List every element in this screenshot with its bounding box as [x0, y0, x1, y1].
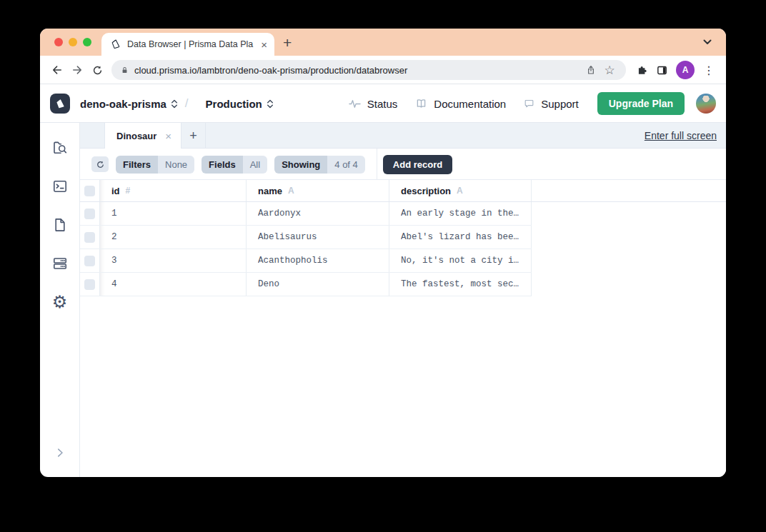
column-type-icon: A [288, 186, 294, 196]
browser-window: Data Browser | Prisma Data Pla × + cloud… [40, 29, 726, 477]
showing-control[interactable]: Showing 4 of 4 [274, 156, 365, 174]
app-body: ⚙ Dinosaur × + Enter full screen [40, 123, 726, 477]
table-row[interactable]: 4 Deno The fastest, most sec… [80, 273, 532, 296]
minimize-window-button[interactable] [69, 38, 77, 46]
project-selector[interactable]: deno-oak-prisma [80, 98, 178, 110]
toolbar-divider [377, 149, 377, 180]
fields-value: All [243, 156, 267, 174]
tab-dinosaur[interactable]: Dinosaur × [104, 123, 181, 149]
reload-icon[interactable] [87, 60, 107, 80]
close-window-button[interactable] [54, 38, 63, 46]
user-avatar[interactable] [696, 94, 716, 114]
column-type-icon: A [457, 186, 463, 196]
cell-description[interactable]: An early stage in the… [389, 202, 532, 225]
row-checkbox[interactable] [84, 209, 95, 219]
chrome-menu-icon[interactable]: ⋮ [699, 64, 719, 77]
column-header-name[interactable]: name A [247, 180, 389, 201]
extensions-puzzle-icon[interactable] [632, 60, 652, 80]
row-checkbox[interactable] [84, 279, 95, 290]
filters-label: Filters [116, 156, 158, 174]
fields-control[interactable]: Fields All [202, 156, 267, 174]
add-record-button[interactable]: Add record [383, 155, 452, 174]
tab-search-chevron-icon[interactable] [703, 39, 712, 45]
side-panel-icon[interactable] [652, 60, 672, 80]
cell-description[interactable]: No, it's not a city i… [389, 249, 532, 272]
data-table: id # name A description A [80, 180, 726, 477]
table-header-row: id # name A description A [80, 180, 726, 202]
upgrade-plan-button[interactable]: Upgrade Plan [597, 92, 685, 115]
model-tab-bar: Dinosaur × + Enter full screen [80, 123, 726, 149]
browser-tab[interactable]: Data Browser | Prisma Data Pla × [101, 33, 274, 56]
data-toolbar: Filters None Fields All Showing 4 of 4 A… [80, 149, 726, 180]
tab-dinosaur-label: Dinosaur [116, 131, 156, 141]
environment-name: Production [206, 98, 262, 110]
project-name: deno-oak-prisma [80, 98, 166, 110]
column-header-id[interactable]: id # [100, 180, 247, 201]
row-checkbox[interactable] [84, 256, 95, 266]
cell-description[interactable]: Abel's lizard has bee… [389, 226, 532, 249]
table-row[interactable]: 1 Aardonyx An early stage in the… [80, 202, 532, 226]
cell-id[interactable]: 3 [100, 249, 247, 272]
cell-name[interactable]: Acanthopholis [247, 249, 389, 272]
support-link[interactable]: Support [523, 98, 579, 110]
documentation-link[interactable]: Documentation [414, 97, 506, 111]
sidebar-item-schema-viewer[interactable] [51, 216, 69, 234]
column-type-icon: # [126, 186, 131, 196]
showing-value: 4 of 4 [327, 156, 365, 174]
lock-icon[interactable] [120, 65, 129, 76]
cell-name[interactable]: Aardonyx [247, 202, 389, 225]
refresh-button[interactable] [91, 156, 109, 172]
zoom-window-button[interactable] [83, 38, 91, 46]
server-stack-icon [51, 255, 69, 272]
cell-name[interactable]: Abelisaurus [247, 226, 389, 249]
select-all-checkbox[interactable] [84, 186, 95, 196]
browser-profile-avatar[interactable]: A [676, 61, 695, 79]
close-tab-icon[interactable]: × [261, 39, 267, 50]
header-actions: Status Documentation Support Upgrade Pla… [331, 92, 716, 115]
filters-value: None [158, 156, 194, 174]
add-model-tab-button[interactable]: + [181, 123, 206, 149]
prisma-app: deno-oak-prisma / Production Status Docu… [40, 84, 726, 477]
cell-description[interactable]: The fastest, most sec… [389, 273, 532, 296]
environment-selector[interactable]: Production [206, 98, 274, 110]
cell-id[interactable]: 2 [100, 226, 247, 249]
sidebar-item-data-browser[interactable] [51, 139, 69, 156]
enter-full-screen-link[interactable]: Enter full screen [645, 130, 717, 141]
sidebar-item-databases[interactable] [51, 255, 69, 272]
status-link[interactable]: Status [348, 97, 398, 111]
prisma-logo[interactable] [50, 94, 70, 114]
forward-icon[interactable] [67, 60, 87, 80]
chrome-tab-strip: Data Browser | Prisma Data Pla × + [40, 29, 726, 56]
breadcrumb-separator: / [185, 96, 189, 111]
close-icon[interactable]: × [165, 131, 171, 141]
column-header-description[interactable]: description A [389, 180, 532, 201]
sidebar-expand-chevron-icon[interactable] [51, 444, 69, 461]
pulse-icon [348, 97, 362, 111]
cell-name[interactable]: Deno [247, 273, 389, 296]
document-icon [51, 216, 69, 234]
address-bar[interactable]: cloud.prisma.io/lambtron/deno-oak-prisma… [111, 60, 626, 80]
terminal-icon [51, 178, 69, 195]
chat-bubble-icon [523, 98, 535, 110]
chrome-toolbar: cloud.prisma.io/lambtron/deno-oak-prisma… [40, 56, 726, 84]
back-icon[interactable] [47, 60, 67, 80]
filters-control[interactable]: Filters None [116, 156, 194, 174]
cell-id[interactable]: 1 [100, 202, 247, 225]
row-checkbox[interactable] [84, 232, 95, 243]
sidebar-item-settings[interactable]: ⚙ [51, 293, 69, 311]
select-all-cell [80, 180, 100, 201]
refresh-icon [96, 160, 105, 169]
url-text[interactable]: cloud.prisma.io/lambtron/deno-oak-prisma… [134, 65, 582, 76]
table-row[interactable]: 3 Acanthopholis No, it's not a city i… [80, 249, 532, 273]
showing-label: Showing [274, 156, 327, 174]
sidebar: ⚙ [40, 123, 80, 477]
share-icon[interactable] [582, 61, 600, 79]
bookmark-star-icon[interactable]: ☆ [600, 61, 619, 79]
prisma-favicon-icon [110, 39, 121, 50]
table-row[interactable]: 2 Abelisaurus Abel's lizard has bee… [80, 226, 532, 249]
cell-id[interactable]: 4 [100, 273, 247, 296]
sidebar-item-query-console[interactable] [51, 178, 69, 195]
selector-chevrons-icon [267, 99, 274, 109]
app-header: deno-oak-prisma / Production Status Docu… [40, 84, 726, 123]
new-tab-button[interactable]: + [283, 35, 292, 50]
